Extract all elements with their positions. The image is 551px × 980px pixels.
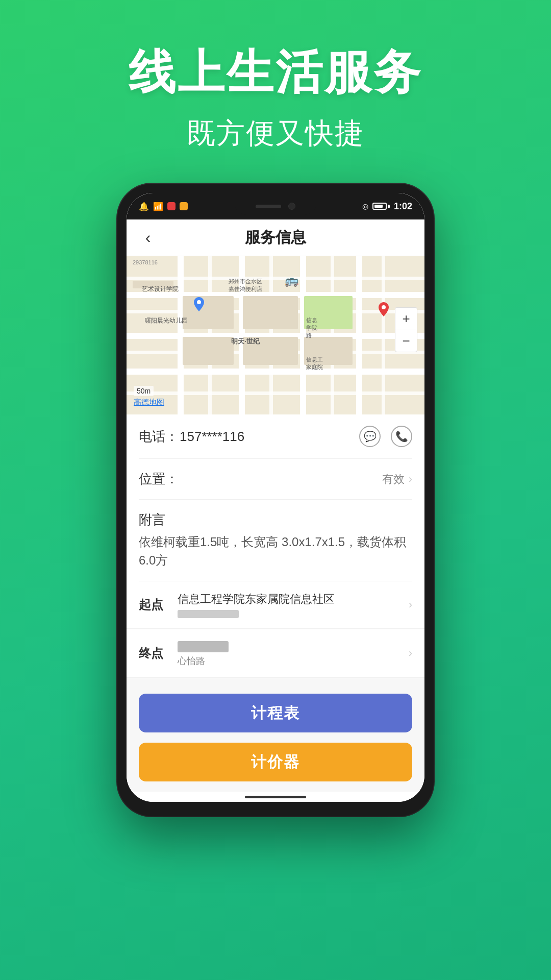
map-scale: 50m bbox=[134, 386, 154, 396]
location-status: 有效 bbox=[382, 472, 405, 487]
app-icon-red bbox=[167, 202, 176, 210]
remark-label: 附言 bbox=[139, 511, 412, 529]
phone-label: 电话： bbox=[139, 428, 180, 446]
call-icon-glyph: 📞 bbox=[395, 430, 408, 443]
button-section: 计程表 计价器 bbox=[127, 678, 424, 792]
chat-button[interactable]: 💬 bbox=[359, 426, 381, 447]
camera bbox=[288, 203, 295, 210]
map-school-label: 曙阳晨光幼儿园 bbox=[145, 316, 188, 325]
end-detail: 心怡路 bbox=[178, 640, 409, 667]
map-controls: + − bbox=[395, 307, 417, 352]
wifi-icon: 📶 bbox=[153, 202, 163, 211]
phone-row: 电话： 157****116 💬 📞 bbox=[139, 414, 412, 459]
end-name-blurred bbox=[178, 641, 229, 652]
location-section: 起点 信息工程学院东家属院信息社区 › 终点 bbox=[127, 581, 424, 678]
notch bbox=[235, 198, 316, 215]
road bbox=[208, 256, 212, 414]
location-icon: ◎ bbox=[362, 202, 368, 210]
road bbox=[127, 391, 424, 395]
road bbox=[382, 256, 385, 414]
call-button[interactable]: 📞 bbox=[391, 426, 412, 447]
notification-icon: 🔔 bbox=[139, 202, 149, 211]
end-label: 终点 bbox=[139, 645, 169, 662]
road bbox=[300, 256, 306, 414]
back-icon: ‹ bbox=[145, 228, 151, 247]
calculator-button[interactable]: 计价器 bbox=[139, 743, 412, 781]
status-bar: 🔔 📶 ◎ bbox=[127, 193, 424, 219]
subline: 既方便又快捷 bbox=[187, 114, 364, 153]
headline: 线上生活服务 bbox=[129, 41, 422, 104]
location-chevron: › bbox=[409, 473, 412, 486]
app-navbar: ‹ 服务信息 bbox=[127, 219, 424, 256]
start-name: 信息工程学院东家属院信息社区 bbox=[178, 592, 409, 607]
end-chevron: › bbox=[409, 647, 412, 660]
gaode-link[interactable]: 高德地图 bbox=[134, 398, 164, 407]
time-display: 1:02 bbox=[394, 201, 412, 212]
start-chevron: › bbox=[409, 598, 412, 611]
remark-text: 依维柯载重1.5吨，长宽高 3.0x1.7x1.5，载货体积6.0方 bbox=[139, 533, 412, 570]
home-indicator bbox=[245, 796, 306, 798]
map-marker-blue bbox=[192, 297, 206, 315]
road bbox=[331, 256, 334, 414]
start-sub-blurred bbox=[178, 610, 239, 618]
map-info-family-label: 信息工家庭院 bbox=[306, 356, 323, 371]
phone-mockup: 🔔 📶 ◎ bbox=[117, 184, 434, 816]
map-tomorrow-label: 明天·世纪 bbox=[231, 337, 260, 346]
map-info-road-label: 信息学院路 bbox=[306, 316, 317, 339]
road bbox=[127, 277, 424, 280]
bus-icon: 🚌 bbox=[285, 274, 298, 287]
end-point-row[interactable]: 终点 心怡路 › bbox=[127, 629, 424, 678]
chat-icon-glyph: 💬 bbox=[364, 430, 377, 443]
map-block bbox=[183, 337, 234, 365]
background: 线上生活服务 既方便又快捷 🔔 📶 bbox=[0, 0, 551, 980]
start-detail: 信息工程学院东家属院信息社区 bbox=[178, 592, 409, 618]
speaker bbox=[256, 205, 281, 208]
map-background: 29378116 艺术设计学院 郑州市金水区嘉佳鸿便利店 曙阳晨光幼儿园 明天·… bbox=[127, 256, 424, 414]
remark-row: 附言 依维柯载重1.5吨，长宽高 3.0x1.7x1.5，载货体积6.0方 bbox=[139, 500, 412, 581]
svg-point-0 bbox=[197, 300, 201, 304]
location-row[interactable]: 位置： 有效 › bbox=[139, 459, 412, 500]
map-id-label: 29378116 bbox=[133, 259, 158, 265]
status-bar-right: ◎ 1:02 bbox=[362, 201, 412, 212]
road bbox=[356, 256, 362, 414]
app-icon-orange bbox=[180, 202, 188, 210]
schedule-button[interactable]: 计程表 bbox=[139, 694, 412, 732]
start-label: 起点 bbox=[139, 597, 169, 613]
phone-frame: 🔔 📶 ◎ bbox=[117, 184, 434, 816]
battery-icon bbox=[372, 203, 390, 210]
svg-point-1 bbox=[382, 305, 386, 309]
map-art-label: 艺术设计学院 bbox=[142, 285, 179, 293]
road bbox=[127, 369, 424, 375]
back-button[interactable]: ‹ bbox=[137, 227, 159, 249]
bottom-bar bbox=[127, 792, 424, 802]
service-info-section: 电话： 157****116 💬 📞 位置： bbox=[127, 414, 424, 581]
map-block bbox=[243, 296, 298, 329]
map-zoom-in-button[interactable]: + bbox=[395, 307, 417, 330]
location-label: 位置： bbox=[139, 470, 180, 488]
map-marker-red bbox=[377, 302, 391, 321]
map-block bbox=[183, 296, 234, 329]
phone-screen: 🔔 📶 ◎ bbox=[127, 193, 424, 802]
map-store-label: 郑州市金水区嘉佳鸿便利店 bbox=[229, 278, 262, 293]
phone-value: 157****116 bbox=[180, 429, 359, 445]
page-title: 服务信息 bbox=[159, 227, 392, 248]
map-zoom-out-button[interactable]: − bbox=[395, 330, 417, 352]
road bbox=[178, 256, 184, 414]
map-area[interactable]: 29378116 艺术设计学院 郑州市金水区嘉佳鸿便利店 曙阳晨光幼儿园 明天·… bbox=[127, 256, 424, 414]
contact-icons: 💬 📞 bbox=[359, 426, 412, 447]
start-point-row[interactable]: 起点 信息工程学院东家属院信息社区 › bbox=[127, 581, 424, 629]
road bbox=[269, 256, 273, 414]
status-bar-left: 🔔 📶 bbox=[139, 202, 188, 211]
end-name bbox=[178, 640, 409, 653]
end-sub: 心怡路 bbox=[178, 655, 409, 667]
